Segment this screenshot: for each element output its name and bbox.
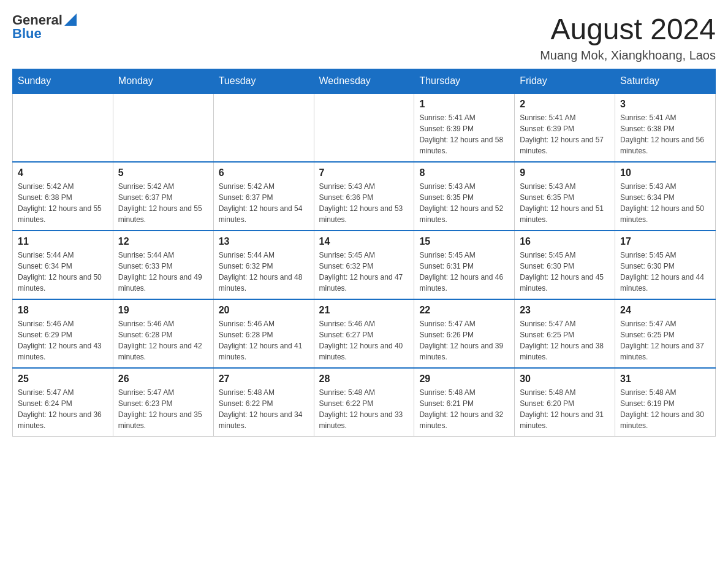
header-monday: Monday <box>113 69 213 94</box>
table-row: 7Sunrise: 5:43 AMSunset: 6:36 PMDaylight… <box>314 162 414 231</box>
day-info: Sunrise: 5:42 AMSunset: 6:38 PMDaylight:… <box>18 181 108 225</box>
day-info: Sunrise: 5:41 AMSunset: 6:39 PMDaylight:… <box>520 112 610 156</box>
day-number: 7 <box>319 167 409 178</box>
day-info: Sunrise: 5:48 AMSunset: 6:22 PMDaylight:… <box>219 387 309 431</box>
table-row: 21Sunrise: 5:46 AMSunset: 6:27 PMDayligh… <box>314 299 414 368</box>
day-info: Sunrise: 5:46 AMSunset: 6:29 PMDaylight:… <box>18 318 108 362</box>
calendar-week-row: 1Sunrise: 5:41 AMSunset: 6:39 PMDaylight… <box>13 93 716 162</box>
table-row: 14Sunrise: 5:45 AMSunset: 6:32 PMDayligh… <box>314 231 414 299</box>
day-info: Sunrise: 5:42 AMSunset: 6:37 PMDaylight:… <box>118 181 208 225</box>
logo: General Blue <box>12 12 77 42</box>
table-row: 30Sunrise: 5:48 AMSunset: 6:20 PMDayligh… <box>515 368 615 437</box>
location-label: Muang Mok, Xiangkhoang, Laos <box>540 48 716 63</box>
day-info: Sunrise: 5:43 AMSunset: 6:34 PMDaylight:… <box>620 181 710 225</box>
day-info: Sunrise: 5:45 AMSunset: 6:30 PMDaylight:… <box>520 250 610 294</box>
svg-marker-0 <box>64 13 77 26</box>
day-info: Sunrise: 5:45 AMSunset: 6:30 PMDaylight:… <box>620 250 710 294</box>
day-info: Sunrise: 5:45 AMSunset: 6:31 PMDaylight:… <box>419 250 509 294</box>
table-row <box>213 93 314 162</box>
page-header: General Blue August 2024 Muang Mok, Xian… <box>12 12 716 63</box>
day-info: Sunrise: 5:46 AMSunset: 6:28 PMDaylight:… <box>219 318 309 362</box>
table-row: 13Sunrise: 5:44 AMSunset: 6:32 PMDayligh… <box>213 231 314 299</box>
table-row: 2Sunrise: 5:41 AMSunset: 6:39 PMDaylight… <box>515 93 615 162</box>
table-row: 4Sunrise: 5:42 AMSunset: 6:38 PMDaylight… <box>13 162 113 231</box>
day-number: 20 <box>219 305 309 316</box>
day-number: 17 <box>620 236 710 247</box>
calendar-table: Sunday Monday Tuesday Wednesday Thursday… <box>12 69 716 437</box>
day-number: 31 <box>620 373 710 385</box>
table-row: 8Sunrise: 5:43 AMSunset: 6:35 PMDaylight… <box>414 162 515 231</box>
day-info: Sunrise: 5:48 AMSunset: 6:19 PMDaylight:… <box>620 387 710 431</box>
day-info: Sunrise: 5:47 AMSunset: 6:25 PMDaylight:… <box>620 318 710 362</box>
table-row: 20Sunrise: 5:46 AMSunset: 6:28 PMDayligh… <box>213 299 314 368</box>
logo-blue: Blue <box>12 26 42 42</box>
calendar-header-row: Sunday Monday Tuesday Wednesday Thursday… <box>13 69 716 94</box>
day-info: Sunrise: 5:48 AMSunset: 6:22 PMDaylight:… <box>319 387 409 431</box>
table-row: 28Sunrise: 5:48 AMSunset: 6:22 PMDayligh… <box>314 368 414 437</box>
header-tuesday: Tuesday <box>213 69 314 94</box>
day-info: Sunrise: 5:44 AMSunset: 6:34 PMDaylight:… <box>18 250 108 294</box>
day-number: 6 <box>219 167 309 178</box>
day-number: 29 <box>419 373 509 385</box>
header-friday: Friday <box>515 69 615 94</box>
calendar-week-row: 25Sunrise: 5:47 AMSunset: 6:24 PMDayligh… <box>13 368 716 437</box>
table-row: 1Sunrise: 5:41 AMSunset: 6:39 PMDaylight… <box>414 93 515 162</box>
day-info: Sunrise: 5:47 AMSunset: 6:26 PMDaylight:… <box>419 318 509 362</box>
table-row <box>13 93 113 162</box>
day-number: 14 <box>319 236 409 247</box>
day-info: Sunrise: 5:47 AMSunset: 6:25 PMDaylight:… <box>520 318 610 362</box>
day-number: 28 <box>319 373 409 385</box>
table-row: 6Sunrise: 5:42 AMSunset: 6:37 PMDaylight… <box>213 162 314 231</box>
day-number: 26 <box>118 373 208 385</box>
table-row: 29Sunrise: 5:48 AMSunset: 6:21 PMDayligh… <box>414 368 515 437</box>
day-number: 10 <box>620 167 710 178</box>
table-row <box>314 93 414 162</box>
day-number: 15 <box>419 236 509 247</box>
logo-triangle-icon <box>64 13 77 26</box>
day-info: Sunrise: 5:44 AMSunset: 6:32 PMDaylight:… <box>219 250 309 294</box>
day-number: 24 <box>620 305 710 316</box>
day-number: 1 <box>419 99 509 110</box>
day-info: Sunrise: 5:47 AMSunset: 6:23 PMDaylight:… <box>118 387 208 431</box>
calendar-week-row: 11Sunrise: 5:44 AMSunset: 6:34 PMDayligh… <box>13 231 716 299</box>
day-info: Sunrise: 5:41 AMSunset: 6:38 PMDaylight:… <box>620 112 710 156</box>
day-number: 21 <box>319 305 409 316</box>
day-number: 13 <box>219 236 309 247</box>
table-row: 19Sunrise: 5:46 AMSunset: 6:28 PMDayligh… <box>113 299 213 368</box>
day-number: 18 <box>18 305 108 316</box>
day-number: 19 <box>118 305 208 316</box>
day-number: 16 <box>520 236 610 247</box>
table-row: 18Sunrise: 5:46 AMSunset: 6:29 PMDayligh… <box>13 299 113 368</box>
table-row: 3Sunrise: 5:41 AMSunset: 6:38 PMDaylight… <box>615 93 716 162</box>
day-number: 2 <box>520 99 610 110</box>
day-info: Sunrise: 5:44 AMSunset: 6:33 PMDaylight:… <box>118 250 208 294</box>
day-info: Sunrise: 5:43 AMSunset: 6:36 PMDaylight:… <box>319 181 409 225</box>
day-info: Sunrise: 5:43 AMSunset: 6:35 PMDaylight:… <box>520 181 610 225</box>
day-number: 5 <box>118 167 208 178</box>
day-number: 30 <box>520 373 610 385</box>
table-row: 24Sunrise: 5:47 AMSunset: 6:25 PMDayligh… <box>615 299 716 368</box>
table-row: 17Sunrise: 5:45 AMSunset: 6:30 PMDayligh… <box>615 231 716 299</box>
table-row: 15Sunrise: 5:45 AMSunset: 6:31 PMDayligh… <box>414 231 515 299</box>
day-info: Sunrise: 5:42 AMSunset: 6:37 PMDaylight:… <box>219 181 309 225</box>
table-row: 11Sunrise: 5:44 AMSunset: 6:34 PMDayligh… <box>13 231 113 299</box>
table-row: 27Sunrise: 5:48 AMSunset: 6:22 PMDayligh… <box>213 368 314 437</box>
table-row: 10Sunrise: 5:43 AMSunset: 6:34 PMDayligh… <box>615 162 716 231</box>
header-saturday: Saturday <box>615 69 716 94</box>
month-year-title: August 2024 <box>540 12 716 46</box>
calendar-week-row: 4Sunrise: 5:42 AMSunset: 6:38 PMDaylight… <box>13 162 716 231</box>
header-sunday: Sunday <box>13 69 113 94</box>
day-number: 12 <box>118 236 208 247</box>
table-row: 5Sunrise: 5:42 AMSunset: 6:37 PMDaylight… <box>113 162 213 231</box>
table-row: 22Sunrise: 5:47 AMSunset: 6:26 PMDayligh… <box>414 299 515 368</box>
day-number: 23 <box>520 305 610 316</box>
day-number: 4 <box>18 167 108 178</box>
day-number: 22 <box>419 305 509 316</box>
table-row: 9Sunrise: 5:43 AMSunset: 6:35 PMDaylight… <box>515 162 615 231</box>
day-number: 11 <box>18 236 108 247</box>
day-info: Sunrise: 5:48 AMSunset: 6:21 PMDaylight:… <box>419 387 509 431</box>
day-info: Sunrise: 5:48 AMSunset: 6:20 PMDaylight:… <box>520 387 610 431</box>
day-number: 3 <box>620 99 710 110</box>
header-thursday: Thursday <box>414 69 515 94</box>
table-row: 26Sunrise: 5:47 AMSunset: 6:23 PMDayligh… <box>113 368 213 437</box>
